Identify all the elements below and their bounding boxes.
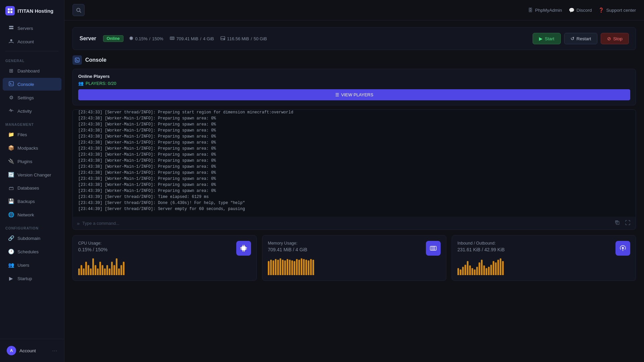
- network-sparkline: [457, 255, 505, 275]
- sidebar-item-servers[interactable]: Servers: [3, 22, 61, 35]
- sparkline-bar: [486, 268, 487, 275]
- phpmyadmin-label: PhpMyAdmin: [535, 8, 562, 13]
- app-name: ITITAN Hosting: [17, 8, 53, 14]
- sparkline-bar: [282, 260, 284, 275]
- network-card-icon: [615, 241, 630, 256]
- start-button[interactable]: ▶ Start: [533, 33, 561, 44]
- svg-rect-3: [10, 11, 12, 13]
- players-panel: Online Players 👥 PLAYERS: 0/20 ☰ VIEW PL…: [72, 69, 636, 105]
- sidebar-account[interactable]: A Account ⋯: [3, 343, 61, 359]
- sparkline-bar: [457, 268, 459, 275]
- console-line: [23:43:38] [Worker-Main-1/INFO]: Prepari…: [78, 176, 630, 182]
- sidebar-item-files[interactable]: 📁 Files: [3, 128, 61, 141]
- server-bar-left: Server Online 0.15% / 150%: [80, 35, 267, 42]
- sidebar-item-version-changer[interactable]: 🔄 Version Changer: [3, 168, 61, 181]
- console-line: [23:43:38] [Worker-Main-1/INFO]: Prepari…: [78, 182, 630, 188]
- sidebar-item-account-top[interactable]: Account: [3, 35, 61, 48]
- sidebar-item-backups[interactable]: 💾 Backups: [3, 195, 61, 208]
- files-icon: 📁: [8, 132, 14, 138]
- plugins-icon: 🔌: [8, 158, 14, 164]
- svg-rect-1: [10, 8, 12, 10]
- phpmyadmin-icon: 🗄: [528, 8, 533, 13]
- svg-rect-15: [132, 40, 132, 40]
- console-output[interactable]: Starting net.minecraft.server.Main[23:43…: [72, 109, 636, 217]
- console-line: [23:43:33] [Server thread/INFO]: Prepari…: [78, 109, 630, 115]
- account-menu-icon[interactable]: ⋯: [52, 348, 57, 354]
- search-button[interactable]: [72, 4, 85, 16]
- phpmyadmin-link[interactable]: 🗄 PhpMyAdmin: [528, 8, 562, 13]
- cpu-separator: /: [149, 36, 151, 41]
- sparkline-bar: [287, 259, 288, 275]
- sidebar-item-label: Activity: [17, 109, 32, 114]
- memory-card-value: 709.41 MiB / 4 GiB: [268, 247, 314, 252]
- sidebar-item-modpacks[interactable]: 📦 Modpacks: [3, 142, 61, 154]
- sidebar-item-activity[interactable]: Activity: [3, 105, 61, 117]
- sidebar-item-dashboard[interactable]: ⊞ Dashboard: [3, 64, 61, 77]
- sparkline-bar: [289, 260, 291, 275]
- discord-link[interactable]: 💬 Discord: [569, 7, 592, 13]
- network-card-value: 231.61 KiB / 42.99 KiB: [457, 247, 505, 252]
- sparkline-bar: [483, 265, 485, 275]
- sidebar-item-settings[interactable]: ⚙ Settings: [3, 91, 61, 104]
- fullscreen-button[interactable]: [624, 219, 632, 227]
- support-icon: ❓: [598, 7, 604, 13]
- sparkline-bar: [476, 267, 478, 275]
- svg-point-6: [10, 39, 12, 41]
- sparkline-bar: [120, 265, 122, 275]
- cpu-value: 0.15%: [135, 36, 148, 41]
- console-icon: [8, 81, 14, 87]
- support-link[interactable]: ❓ Support center: [598, 7, 636, 13]
- sidebar-bottom: A Account ⋯: [0, 339, 64, 362]
- sparkline-bar: [81, 265, 82, 275]
- stop-button[interactable]: ⊘ Stop: [601, 33, 629, 44]
- sparkline-bar: [113, 265, 115, 275]
- sidebar-item-plugins[interactable]: 🔌 Plugins: [3, 155, 61, 168]
- topbar-right: 🗄 PhpMyAdmin 💬 Discord ❓ Support center: [528, 7, 636, 13]
- modpacks-icon: 📦: [8, 145, 14, 151]
- players-icon: 👥: [78, 81, 84, 86]
- svg-rect-4: [9, 26, 13, 27]
- server-label: Server: [80, 36, 96, 42]
- sparkline-bar: [312, 260, 314, 275]
- sparkline-bar: [280, 258, 281, 275]
- memory-card-icon: [426, 241, 441, 256]
- view-players-button[interactable]: ☰ VIEW PLAYERS: [78, 89, 630, 100]
- sparkline-bar: [104, 268, 106, 275]
- memory-stat-icon: [170, 36, 175, 42]
- sparkline-bar: [460, 269, 461, 275]
- console-actions: [613, 219, 632, 227]
- databases-icon: 🗃: [8, 185, 14, 191]
- sidebar-item-databases[interactable]: 🗃 Databases: [3, 182, 61, 194]
- players-header: Online Players: [78, 74, 630, 79]
- sidebar-item-users[interactable]: 👥 Users: [3, 259, 61, 271]
- status-badge: Online: [103, 35, 123, 42]
- console-section-icon: [72, 55, 82, 65]
- console-input[interactable]: [82, 221, 611, 226]
- servers-icon: [8, 25, 14, 31]
- copy-button[interactable]: [613, 219, 621, 227]
- sidebar-item-subdomain[interactable]: 🔗 Subdomain: [3, 232, 61, 245]
- account-top-icon: [8, 39, 14, 45]
- cpu-usage-card: CPU Usage: 0.15% / 150%: [72, 235, 257, 281]
- app-logo[interactable]: ITITAN Hosting: [0, 0, 64, 21]
- sidebar-item-label: Settings: [17, 95, 34, 100]
- restart-button[interactable]: ↺ Restart: [564, 33, 598, 44]
- console-section-header: Console: [72, 55, 636, 65]
- memory-sparkline: [268, 255, 314, 275]
- sidebar-item-network[interactable]: 🌐 Network: [3, 208, 61, 221]
- sidebar-item-label: Network: [17, 212, 34, 217]
- server-stats: 0.15% / 150% 709.41 MiB / 4 GiB: [129, 36, 267, 42]
- sidebar-item-label: Modpacks: [17, 146, 38, 151]
- sidebar-item-startup[interactable]: ▶ Startup: [3, 272, 61, 285]
- version-icon: 🔄: [8, 172, 14, 178]
- sparkline-bar: [92, 258, 94, 275]
- account-label: Account: [19, 348, 49, 353]
- sparkline-bar: [490, 265, 492, 275]
- disk-stat: 116.56 MiB / 50 GiB: [220, 36, 267, 42]
- cpu-card-info: CPU Usage: 0.15% / 150%: [78, 241, 125, 275]
- sparkline-bar: [474, 269, 476, 275]
- sidebar-item-console[interactable]: Console: [3, 78, 61, 91]
- sparkline-bar: [109, 268, 110, 275]
- console-line: [23:43:38] [Worker-Main-1/INFO]: Prepari…: [78, 115, 630, 121]
- sidebar-item-schedules[interactable]: 🕐 Schedules: [3, 245, 61, 258]
